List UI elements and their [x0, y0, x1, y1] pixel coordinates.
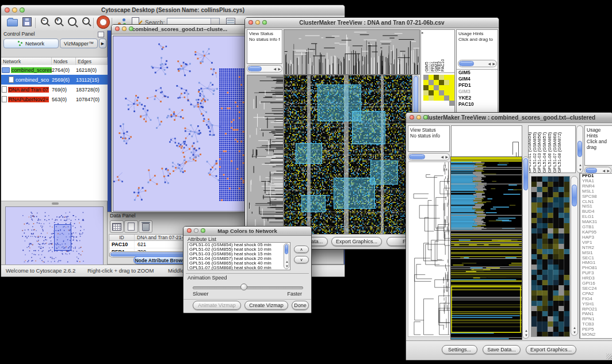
tv1-row-dendrogram-canvas[interactable] — [247, 75, 284, 235]
speed-slider-track[interactable] — [193, 286, 303, 289]
node-attribute-browser-button[interactable]: Node Attribute Brows — [133, 256, 186, 264]
dialog-button[interactable]: Done — [292, 301, 309, 310]
resize-grip[interactable] — [606, 354, 612, 359]
network-table-header[interactable]: Network Nodes Edges — [1, 57, 108, 66]
scroll-right-icon[interactable]: ▶ — [492, 62, 495, 66]
tv2-detail-vscrollbar[interactable]: ▲ ▼ — [571, 176, 578, 336]
float-panel-icon[interactable] — [98, 32, 104, 37]
open-file-icon[interactable] — [6, 16, 18, 28]
tv2-status-scrollbar[interactable]: ◀ ▶ — [408, 153, 450, 160]
scroll-down-icon[interactable]: ▼ — [573, 331, 576, 334]
scroll-up-icon[interactable]: ▲ — [573, 326, 576, 329]
minimize-button[interactable] — [12, 7, 17, 13]
zoom-out-icon[interactable] — [38, 16, 51, 28]
tv1-status-scrollbar[interactable]: ◀ ▶ — [247, 65, 282, 72]
tv1-column-dendrogram-canvas[interactable] — [284, 29, 420, 75]
scroll-left-icon[interactable]: ◀ — [488, 62, 491, 66]
scroll-up-icon[interactable]: ▲ — [525, 329, 528, 332]
tv2-labels-scrollbar[interactable]: ▲ ▼ — [576, 125, 583, 173]
scroll-left-icon[interactable]: ◀ — [273, 67, 276, 71]
scroll-right-icon[interactable]: ▶ — [607, 169, 610, 173]
network-list-row[interactable]: combined_scores2764(0)16218(0) — [1, 65, 108, 75]
scroll-left-icon[interactable]: ◀ — [441, 155, 443, 159]
scroll-left-icon[interactable]: ◀ — [602, 169, 605, 173]
attribute-table-icon[interactable] — [110, 220, 124, 233]
minimize-button[interactable] — [416, 115, 421, 120]
file-icon — [2, 86, 7, 93]
usage-hints-text: Click and drag to — [457, 37, 498, 43]
tv2-button[interactable]: Save Data... — [483, 345, 521, 354]
zoom-selected-icon[interactable] — [66, 16, 78, 28]
tv2-row-dendrogram-canvas[interactable] — [408, 162, 450, 337]
network-nodes-count: 769(0) — [52, 87, 76, 93]
minimize-button[interactable] — [194, 228, 198, 233]
tv2-button[interactable]: Export Graphics... — [526, 345, 576, 354]
network-list-row[interactable]: DNA and Tran 07769(0)183728(0) — [1, 85, 108, 94]
tv2-heatmap-detail-canvas[interactable] — [531, 176, 570, 337]
scrollbar-thumb[interactable] — [285, 244, 288, 254]
tv2-heatmap-global-canvas[interactable] — [450, 156, 522, 340]
scrollbar-thumb[interactable] — [459, 61, 474, 66]
dialog-titlebar[interactable]: Map Colors to Network — [183, 227, 311, 236]
scroll-right-icon[interactable]: ▶ — [278, 67, 281, 71]
tv1-correlation-matrix-canvas[interactable] — [423, 75, 454, 107]
minimize-button[interactable] — [122, 26, 127, 31]
scroll-down-icon[interactable]: ▼ — [285, 265, 289, 268]
dialog-button[interactable]: Animate Vizmap — [193, 301, 241, 310]
scroll-right-icon[interactable]: ▶ — [445, 155, 448, 159]
minimize-button[interactable] — [255, 20, 260, 25]
dialog-list-scrollbar[interactable]: ▲ ▼ — [284, 243, 289, 269]
scrollbar-thumb[interactable] — [572, 185, 577, 206]
close-button[interactable] — [248, 20, 253, 25]
save-icon[interactable] — [21, 16, 33, 28]
scrollbar-thumb[interactable] — [248, 66, 262, 71]
scroll-down-icon[interactable]: ▼ — [525, 334, 528, 337]
splitter-handle[interactable] — [52, 202, 59, 205]
scrollbar-thumb[interactable] — [577, 141, 582, 157]
new-attribute-icon[interactable] — [124, 220, 138, 233]
attribute-listbox[interactable]: GPL51-01 (GSM854) heat shock 05 minGPL51… — [188, 242, 290, 270]
strip-arrow-icon[interactable]: ▸ — [422, 30, 424, 35]
scrollbar-thumb[interactable] — [523, 158, 528, 190]
scrollbar-thumb[interactable] — [409, 154, 425, 159]
view-status-text: No status info — [408, 133, 449, 139]
network-graph-canvas[interactable] — [113, 36, 247, 212]
tab-network[interactable]: Network — [3, 39, 59, 48]
tv2-button[interactable]: Settings... — [442, 345, 477, 354]
scroll-up-icon[interactable]: ▲ — [285, 260, 289, 263]
help-ring-icon[interactable] — [97, 16, 109, 28]
network-overview-canvas[interactable] — [5, 206, 104, 265]
tv1-usage-scrollbar[interactable]: ◀ ▶ — [458, 60, 497, 67]
attribute-list-item[interactable]: GPL51-07 (GSM868) heat shock 60 min — [188, 266, 290, 270]
close-button[interactable] — [115, 26, 120, 31]
zoom-button[interactable] — [129, 26, 133, 31]
dialog-button[interactable]: Create Vizmap — [244, 301, 288, 310]
tv1-heatmap-canvas[interactable] — [284, 75, 412, 235]
close-button[interactable] — [5, 7, 10, 13]
zoom-button[interactable] — [423, 115, 428, 120]
main-titlebar[interactable]: Cytoscape Desktop (Session Name: collins… — [1, 5, 345, 16]
network-window-titlebar[interactable]: combined_scores_good.txt--cluste... — [112, 25, 248, 35]
tab-vizmapper[interactable]: VizMapper™ — [60, 39, 98, 48]
move-down-button[interactable]: ∨ — [294, 256, 309, 263]
scroll-down-icon[interactable]: ▼ — [579, 168, 582, 171]
zoom-fit-icon[interactable] — [79, 16, 92, 28]
close-button[interactable] — [187, 228, 192, 233]
zoom-button[interactable] — [262, 20, 267, 25]
zoom-button[interactable] — [201, 228, 205, 233]
tv2-global-vscrollbar[interactable]: ▲ ▼ — [522, 156, 529, 339]
close-button[interactable] — [410, 115, 414, 120]
scrollbar-thumb[interactable] — [586, 168, 597, 173]
treeview2-titlebar[interactable]: ClusterMaker TreeView : combined_scores_… — [406, 113, 612, 123]
treeview1-titlebar[interactable]: ClusterMaker TreeView : DNA and Tran 07-… — [245, 18, 499, 28]
zoom-button[interactable] — [20, 7, 25, 13]
tab-overflow-icon[interactable]: ▶ — [99, 39, 106, 48]
speed-slider-thumb[interactable] — [240, 283, 247, 290]
tv1-button[interactable]: Export Graphics... — [331, 237, 382, 246]
delete-attribute-icon[interactable] — [139, 220, 152, 233]
move-up-button[interactable]: ∧ — [294, 246, 309, 253]
zoom-in-icon[interactable] — [52, 16, 64, 28]
network-list-row[interactable]: RNAPuberNov2+563(0)107847(0) — [1, 94, 108, 104]
scroll-up-icon[interactable]: ▲ — [579, 163, 582, 167]
network-list-row[interactable]: combined_sco2569(6)13112(15) — [1, 75, 108, 85]
